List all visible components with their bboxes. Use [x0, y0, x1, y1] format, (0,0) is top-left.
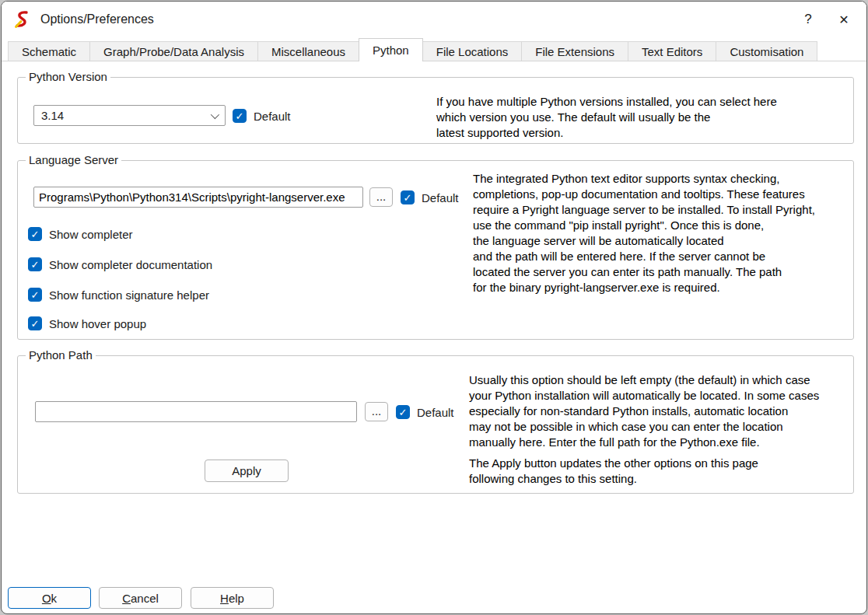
- tab-schematic[interactable]: Schematic: [8, 41, 90, 61]
- window-title: Options/Preferences: [40, 12, 154, 26]
- tab-miscellaneous[interactable]: Miscellaneous: [257, 41, 359, 61]
- checkbox-checked-icon: ✓: [28, 316, 42, 330]
- python-path-default-checkbox[interactable]: ✓ Default: [396, 405, 454, 419]
- show-hover-popup-checkbox[interactable]: ✓ Show hover popup: [28, 316, 146, 330]
- checkbox-label: Default: [254, 110, 291, 123]
- tab-file-locations[interactable]: File Locations: [422, 41, 523, 61]
- app-icon: [12, 10, 31, 29]
- checkbox-label: Default: [422, 191, 459, 204]
- cancel-button[interactable]: Cancel: [99, 587, 182, 609]
- tab-python[interactable]: Python: [359, 38, 423, 61]
- show-completer-checkbox[interactable]: ✓ Show completer: [28, 227, 133, 241]
- checkbox-label: Show hover popup: [49, 317, 146, 330]
- help-button[interactable]: ?: [790, 2, 826, 37]
- show-function-signature-helper-checkbox[interactable]: ✓ Show function signature helper: [28, 288, 209, 302]
- python-version-value: 3.14: [41, 109, 211, 122]
- language-server-browse-button[interactable]: ...: [369, 187, 393, 207]
- apply-button[interactable]: Apply: [205, 460, 289, 482]
- chevron-down-icon: [211, 110, 219, 118]
- language-server-default-checkbox[interactable]: ✓ Default: [401, 190, 459, 204]
- checkbox-checked-icon: ✓: [396, 405, 410, 419]
- python-version-group: Python Version 3.14 ✓ Default If you hav…: [17, 77, 854, 144]
- group-title-python-path: Python Path: [26, 348, 96, 362]
- checkbox-label: Show function signature helper: [49, 288, 209, 302]
- python-path-browse-button[interactable]: ...: [365, 402, 388, 421]
- tab-file-extensions[interactable]: File Extensions: [521, 41, 628, 61]
- tab-label: File Extensions: [535, 45, 614, 58]
- python-path-input[interactable]: [35, 401, 357, 422]
- help-mnemonic: H: [220, 592, 229, 605]
- ok-mnemonic: O: [42, 592, 51, 605]
- group-title-language-server: Language Server: [26, 153, 121, 167]
- help-footer-button[interactable]: Help: [191, 587, 274, 609]
- show-completer-documentation-checkbox[interactable]: ✓ Show completer documentation: [28, 257, 212, 271]
- titlebar: Options/Preferences ? ✕: [2, 2, 866, 37]
- checkbox-checked-icon: ✓: [28, 227, 42, 241]
- tab-label: Customisation: [730, 45, 803, 58]
- tab-graph-probe-data-analysis[interactable]: Graph/Probe/Data Analysis: [89, 41, 258, 61]
- close-button[interactable]: ✕: [826, 2, 862, 37]
- help-rest: elp: [229, 592, 244, 605]
- python-version-select[interactable]: 3.14: [33, 105, 226, 126]
- checkbox-checked-icon: ✓: [28, 257, 42, 271]
- language-server-group: Language Server ... ✓ Default ✓ Show com…: [17, 160, 854, 340]
- titlebar-buttons: ? ✕: [790, 2, 866, 37]
- tab-label: File Locations: [436, 45, 509, 58]
- tab-customisation[interactable]: Customisation: [716, 41, 817, 61]
- tab-label: Graph/Probe/Data Analysis: [103, 45, 244, 58]
- language-server-description: The integrated Python text editor suppor…: [473, 171, 850, 295]
- language-server-path-input[interactable]: [33, 187, 363, 208]
- cancel-rest: ancel: [131, 592, 159, 605]
- python-path-description: Usually this option should be left empty…: [469, 372, 854, 450]
- python-version-default-checkbox[interactable]: ✓ Default: [233, 109, 291, 123]
- python-path-description-2: The Apply button updates the other optio…: [469, 456, 854, 487]
- tab-label: Text Editors: [642, 45, 702, 58]
- ok-rest: k: [51, 592, 58, 605]
- ok-button[interactable]: Ok: [8, 587, 91, 609]
- tab-label: Miscellaneous: [271, 45, 345, 58]
- tab-bar: Schematic Graph/Probe/Data Analysis Misc…: [2, 37, 866, 61]
- checkbox-checked-icon: ✓: [401, 190, 415, 204]
- tab-label: Python: [373, 44, 409, 57]
- checkbox-label: Show completer: [49, 228, 133, 241]
- checkbox-checked-icon: ✓: [28, 288, 42, 302]
- checkbox-checked-icon: ✓: [233, 109, 247, 123]
- python-path-group: Python Path ... ✓ Default Apply Usually …: [17, 355, 854, 494]
- tab-text-editors[interactable]: Text Editors: [628, 41, 716, 61]
- checkbox-label: Default: [417, 406, 454, 419]
- options-preferences-dialog: Options/Preferences ? ✕ Schematic Graph/…: [1, 1, 867, 614]
- tab-label: Schematic: [22, 45, 76, 58]
- checkbox-label: Show completer documentation: [49, 258, 212, 271]
- cancel-mnemonic: C: [122, 592, 131, 605]
- python-version-description: If you have multiple Python versions ins…: [436, 94, 833, 141]
- group-title-python-version: Python Version: [26, 70, 110, 84]
